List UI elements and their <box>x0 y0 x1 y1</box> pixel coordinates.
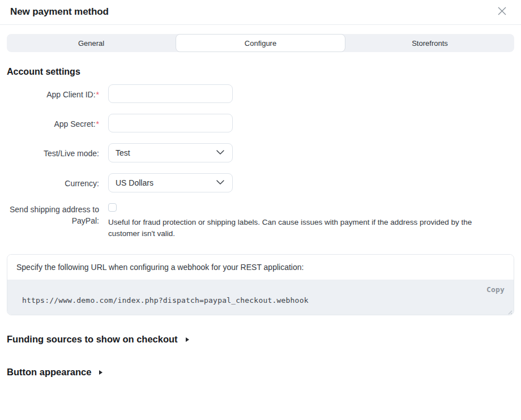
currency-select[interactable]: US Dollars <box>108 173 233 192</box>
webhook-instruction: Specify the following URL when configuri… <box>7 255 514 280</box>
dialog-title: New payment method <box>10 6 109 18</box>
app-client-id-label: App Client ID:* <box>7 84 99 100</box>
form-row-send-shipping: Send shipping address to PayPal: Useful … <box>7 203 514 239</box>
button-appearance-label: Button appearance <box>7 367 91 378</box>
app-secret-field[interactable] <box>108 114 233 132</box>
resize-grip-icon[interactable] <box>507 308 513 314</box>
form-row-test-live-mode: Test/Live mode: Test <box>7 143 514 162</box>
tab-storefronts[interactable]: Storefronts <box>345 34 514 52</box>
close-button[interactable] <box>496 6 507 18</box>
app-client-id-field[interactable] <box>108 84 233 103</box>
funding-sources-label: Funding sources to show on checkout <box>7 334 178 345</box>
required-asterisk: * <box>96 90 99 99</box>
form-row-app-secret: App Secret:* <box>7 114 514 132</box>
test-live-mode-select[interactable]: Test <box>108 143 233 162</box>
tab-configure[interactable]: Configure <box>176 34 345 52</box>
arrow-right-icon <box>186 337 189 342</box>
currency-selected-value: US Dollars <box>116 178 153 187</box>
arrow-right-icon <box>99 370 103 375</box>
account-settings-heading: Account settings <box>7 67 514 77</box>
webhook-url: https://www.demo.com/index.php?dispatch=… <box>22 296 309 305</box>
copy-button[interactable]: Copy <box>486 285 505 294</box>
test-live-mode-label: Test/Live mode: <box>7 143 99 159</box>
tab-general[interactable]: General <box>7 34 176 52</box>
section-funding-sources[interactable]: Funding sources to show on checkout <box>7 334 514 345</box>
dialog-header: New payment method <box>0 0 521 25</box>
webhook-url-block: https://www.demo.com/index.php?dispatch=… <box>7 280 514 315</box>
test-live-mode-selected-value: Test <box>116 148 130 157</box>
form-row-currency: Currency: US Dollars <box>7 173 514 192</box>
tab-bar: General Configure Storefronts <box>7 34 514 52</box>
webhook-panel: Specify the following URL when configuri… <box>7 254 514 315</box>
send-shipping-hint: Useful for fraud protection or shipping … <box>108 217 505 239</box>
chevron-down-icon <box>215 147 225 159</box>
form-row-app-client-id: App Client ID:* <box>7 84 514 103</box>
currency-label: Currency: <box>7 173 99 189</box>
send-shipping-checkbox[interactable] <box>108 203 117 212</box>
send-shipping-label: Send shipping address to PayPal: <box>7 203 99 226</box>
dialog-body: General Configure Storefronts Account se… <box>0 34 521 378</box>
section-button-appearance[interactable]: Button appearance <box>7 367 514 378</box>
required-asterisk: * <box>96 119 99 128</box>
app-secret-label: App Secret:* <box>7 114 99 130</box>
close-icon <box>497 6 507 18</box>
chevron-down-icon <box>215 177 225 189</box>
